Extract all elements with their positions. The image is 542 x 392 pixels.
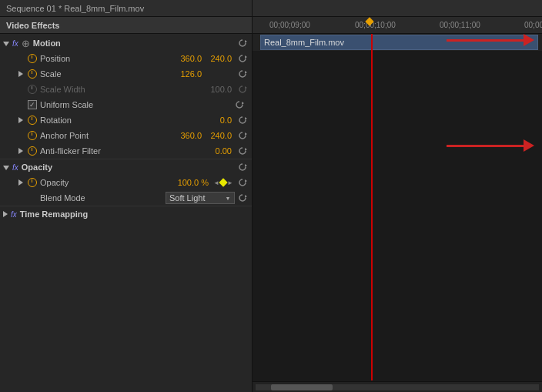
opacity-group: fx Opacity Opacit — [0, 159, 252, 206]
scale-value1[interactable]: 126.0 — [175, 69, 202, 79]
blend-mode-label: Blend Mode — [40, 193, 166, 203]
main-layout: Video Effects fx ⊕ Motion — [0, 17, 542, 392]
rotation-reset[interactable] — [236, 114, 249, 126]
arrow-head-1 — [524, 34, 534, 46]
clip-row: Real_8mm_Film.mov — [253, 34, 542, 51]
sequence-label: Sequence 01 * Real_8mm_Film.mov — [6, 4, 144, 13]
scale-stopwatch[interactable] — [28, 69, 37, 79]
scale-expand[interactable] — [18, 69, 26, 79]
keyframe-next-arrow[interactable]: ► — [227, 179, 233, 186]
time-marker-2: 00;00;11;00 — [440, 21, 480, 29]
blend-mode-row: Blend Mode Soft Light — [0, 190, 252, 206]
antiflicker-row: Anti-flicker Filter 0.00 — [0, 143, 252, 159]
anchor-stopwatch[interactable] — [28, 131, 37, 140]
opacity-group-header[interactable]: fx Opacity — [0, 159, 252, 175]
scale-width-row: Scale Width 100.0 — [0, 82, 252, 97]
timeline-spacer — [253, 51, 542, 205]
playhead-marker — [366, 18, 373, 25]
uniform-scale-checkbox[interactable] — [28, 100, 37, 109]
motion-fx-badge: fx — [12, 39, 18, 48]
anchor-value2[interactable]: 240.0 — [205, 131, 232, 140]
opacity-group-reset[interactable] — [236, 161, 249, 173]
scale-width-stopwatch[interactable] — [28, 85, 37, 94]
time-ruler: 00;00;09;00 00;00;10;00 00;00;11;00 00;0… — [253, 17, 542, 33]
scroll-track[interactable] — [256, 384, 539, 390]
rotation-row: Rotation 0.0 — [0, 112, 252, 128]
top-bar-right — [253, 0, 542, 16]
position-value1[interactable]: 360.0 — [175, 54, 202, 63]
rotation-label: Rotation — [40, 116, 205, 125]
panel-header-label: Video Effects — [6, 21, 60, 30]
time-remapping-header[interactable]: fx Time Remapping — [0, 206, 252, 222]
antiflicker-expand-icon — [18, 148, 23, 154]
keyframe-diamond[interactable] — [219, 178, 227, 186]
sequence-title: Sequence 01 * Real_8mm_Film.mov — [0, 0, 253, 16]
opacity-prop-expand-icon — [18, 179, 23, 186]
svg-marker-6 — [245, 132, 247, 136]
scale-width-label: Scale Width — [40, 85, 205, 94]
effects-list: fx ⊕ Motion Position — [0, 34, 252, 223]
uniform-scale-label: Uniform Scale — [40, 100, 93, 109]
anchor-point-row: Anchor Point 360.0 240.0 — [0, 128, 252, 143]
scale-width-value[interactable]: 100.0 — [205, 85, 232, 94]
opacity-expand[interactable] — [18, 178, 26, 187]
motion-group-header[interactable]: fx ⊕ Motion — [0, 35, 252, 51]
antiflicker-value[interactable]: 0.00 — [205, 146, 232, 156]
svg-marker-5 — [245, 117, 247, 120]
opacity-reset-icon — [238, 178, 247, 187]
clip-name: Real_8mm_Film.mov — [264, 38, 344, 47]
svg-marker-2 — [245, 71, 247, 74]
scale-width-reset-icon — [238, 85, 247, 94]
reset-icon-sm — [238, 54, 247, 63]
time-marker-0: 00;00;09;00 — [269, 21, 310, 29]
opacity-expand-icon — [3, 166, 9, 170]
scroll-thumb[interactable] — [271, 384, 333, 390]
uniform-scale-reset[interactable] — [233, 99, 246, 111]
rotation-value[interactable]: 0.0 — [205, 116, 232, 125]
rotation-expand[interactable] — [18, 116, 26, 125]
scale-width-reset[interactable] — [236, 83, 249, 95]
rotation-stopwatch[interactable] — [28, 116, 37, 125]
scale-label: Scale — [40, 69, 175, 79]
position-value2[interactable]: 240.0 — [205, 54, 232, 63]
blend-mode-reset[interactable] — [236, 192, 249, 204]
antiflicker-stopwatch[interactable] — [28, 146, 37, 156]
opacity-row: Opacity 100.0 % ◄ ► — [0, 175, 252, 190]
svg-marker-1 — [245, 55, 247, 59]
scale-expand-icon — [18, 71, 23, 77]
motion-expand-icon — [3, 42, 9, 46]
opacity-reset[interactable] — [236, 176, 249, 189]
red-arrow-2 — [447, 139, 534, 152]
scale-reset-icon — [238, 69, 247, 79]
anchor-reset[interactable] — [236, 129, 249, 142]
motion-reset-btn[interactable] — [236, 37, 249, 49]
rotation-expand-icon — [18, 117, 23, 123]
position-label: Position — [40, 54, 175, 63]
svg-marker-8 — [245, 164, 247, 167]
playhead-diamond-shape — [365, 17, 373, 25]
position-stopwatch[interactable] — [28, 54, 37, 63]
position-row: Position 360.0 240.0 — [0, 51, 252, 66]
antiflicker-expand[interactable] — [18, 146, 26, 156]
blend-mode-value: Soft Light — [169, 193, 223, 203]
time-marker-1: 00;00;10;00 — [355, 21, 396, 29]
antiflicker-reset[interactable] — [236, 145, 249, 157]
reset-icon — [238, 39, 247, 48]
opacity-stopwatch[interactable] — [28, 178, 37, 187]
blend-mode-dropdown[interactable]: Soft Light — [166, 192, 235, 204]
position-reset[interactable] — [236, 52, 249, 65]
svg-marker-4 — [242, 102, 244, 105]
anchor-value1[interactable]: 360.0 — [175, 131, 202, 140]
time-remapping-group: fx Time Remapping — [0, 206, 252, 222]
opacity-group-label: Opacity — [22, 162, 52, 172]
svg-marker-3 — [245, 86, 247, 89]
blend-reset-icon — [238, 193, 247, 203]
anchor-reset-icon — [238, 131, 247, 140]
top-bar: Sequence 01 * Real_8mm_Film.mov — [0, 0, 542, 17]
time-remap-fx-badge: fx — [11, 210, 17, 219]
scale-reset[interactable] — [236, 68, 249, 80]
opacity-value[interactable]: 100.0 % — [178, 178, 209, 187]
svg-marker-9 — [245, 179, 247, 183]
motion-label: Motion — [33, 39, 61, 48]
svg-marker-10 — [245, 195, 247, 198]
